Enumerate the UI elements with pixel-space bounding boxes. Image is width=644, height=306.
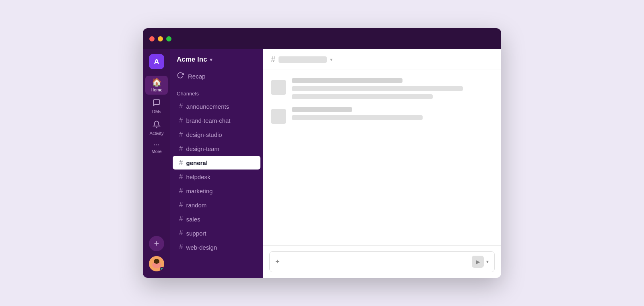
home-icon: 🏠 — [152, 78, 162, 86]
online-indicator — [160, 267, 164, 271]
channel-name: design-studio — [186, 131, 222, 138]
nav-label-activity: Activity — [150, 131, 164, 136]
more-icon: ··· — [154, 142, 160, 148]
nav-item-home[interactable]: 🏠 Home — [145, 76, 168, 95]
title-bar — [143, 28, 501, 49]
svg-rect-4 — [154, 260, 159, 263]
user-avatar[interactable] — [149, 256, 164, 271]
channels-section-label: Channels — [170, 87, 263, 99]
channel-item-random[interactable]: # random — [173, 198, 260, 212]
chat-header: # ▾ — [263, 49, 501, 70]
channel-name: sales — [186, 216, 200, 223]
hash-icon: # — [179, 243, 183, 251]
channel-item-announcements[interactable]: # announcements — [173, 99, 260, 113]
workspace-chevron-icon: ▾ — [210, 56, 213, 63]
main-content: A 🏠 Home DMs — [143, 49, 501, 278]
chat-hash-icon: # — [271, 55, 275, 64]
nav-item-more[interactable]: ··· More — [145, 140, 168, 156]
message-lines-2 — [292, 107, 493, 120]
workspace-name: Acme Inc — [177, 56, 207, 64]
hash-icon: # — [179, 173, 183, 181]
hash-icon: # — [179, 102, 183, 110]
hash-icon: # — [179, 159, 183, 167]
channel-sidebar: Acme Inc ▾ Recap Channels # announcement… — [170, 49, 263, 278]
nav-item-dms[interactable]: DMs — [145, 96, 168, 116]
minimize-button[interactable] — [158, 36, 163, 41]
add-workspace-button[interactable]: + — [149, 236, 164, 251]
message-skeleton-1 — [271, 78, 493, 99]
skeleton-line — [292, 94, 433, 99]
channel-name: design-team — [186, 145, 219, 152]
channel-name: marketing — [186, 188, 213, 194]
recap-label: Recap — [188, 73, 205, 80]
dms-icon — [153, 99, 161, 108]
channel-name: support — [186, 230, 206, 237]
hash-icon: # — [179, 116, 183, 124]
attach-button[interactable]: + — [275, 258, 280, 266]
channel-item-sales[interactable]: # sales — [173, 212, 260, 226]
send-options-chevron-icon[interactable]: ▾ — [486, 259, 489, 265]
hash-icon: # — [179, 229, 183, 237]
maximize-button[interactable] — [166, 36, 171, 41]
icon-sidebar: A 🏠 Home DMs — [143, 49, 170, 278]
chat-header-channel-name — [279, 56, 327, 63]
recap-icon — [177, 72, 184, 81]
channel-name: brand-team-chat — [186, 117, 230, 124]
nav-label-dms: DMs — [152, 109, 161, 114]
channel-item-helpdesk[interactable]: # helpdesk — [173, 170, 260, 184]
message-avatar-1 — [271, 80, 286, 95]
workspace-header[interactable]: Acme Inc ▾ — [170, 49, 263, 68]
channel-name: announcements — [186, 103, 229, 110]
traffic-lights — [149, 36, 171, 41]
hash-icon: # — [179, 201, 183, 209]
close-button[interactable] — [149, 36, 155, 41]
channels-list: Channels # announcements # brand-team-ch… — [170, 84, 263, 278]
chat-area: # ▾ — [263, 49, 501, 278]
channel-item-marketing[interactable]: # marketing — [173, 184, 260, 198]
channel-item-support[interactable]: # support — [173, 226, 260, 240]
workspace-avatar[interactable]: A — [149, 54, 164, 69]
nav-label-home: Home — [151, 87, 162, 92]
chat-input-box: + ▶ ▾ — [269, 251, 495, 272]
channel-item-brand-team-chat[interactable]: # brand-team-chat — [173, 114, 260, 127]
recap-item[interactable]: Recap — [170, 68, 263, 84]
skeleton-line — [292, 78, 402, 83]
channel-item-general[interactable]: # general — [173, 156, 260, 170]
channel-item-web-design[interactable]: # web-design — [173, 240, 260, 254]
chat-messages — [263, 70, 501, 245]
channel-name: general — [186, 159, 207, 166]
skeleton-line — [292, 115, 423, 120]
input-actions: ▶ ▾ — [472, 256, 489, 268]
hash-icon: # — [179, 187, 183, 195]
nav-item-activity[interactable]: Activity — [145, 118, 168, 138]
channel-item-design-team[interactable]: # design-team — [173, 142, 260, 155]
channel-name: web-design — [186, 244, 217, 251]
app-window: A 🏠 Home DMs — [143, 28, 501, 278]
message-lines-1 — [292, 78, 493, 99]
chat-input-area: + ▶ ▾ — [263, 245, 501, 278]
skeleton-line — [292, 86, 463, 91]
channel-name: random — [186, 202, 206, 209]
send-icon: ▶ — [476, 258, 480, 265]
message-skeleton-2 — [271, 107, 493, 124]
skeleton-line — [292, 107, 352, 112]
chat-header-chevron-icon: ▾ — [330, 57, 332, 62]
nav-label-more: More — [151, 149, 161, 154]
channel-name: helpdesk — [186, 174, 210, 180]
hash-icon: # — [179, 215, 183, 223]
hash-icon: # — [179, 145, 183, 153]
activity-icon — [153, 120, 161, 130]
hash-icon: # — [179, 130, 183, 139]
channel-item-design-studio[interactable]: # design-studio — [173, 128, 260, 141]
send-button[interactable]: ▶ — [472, 256, 484, 268]
message-avatar-2 — [271, 109, 286, 124]
